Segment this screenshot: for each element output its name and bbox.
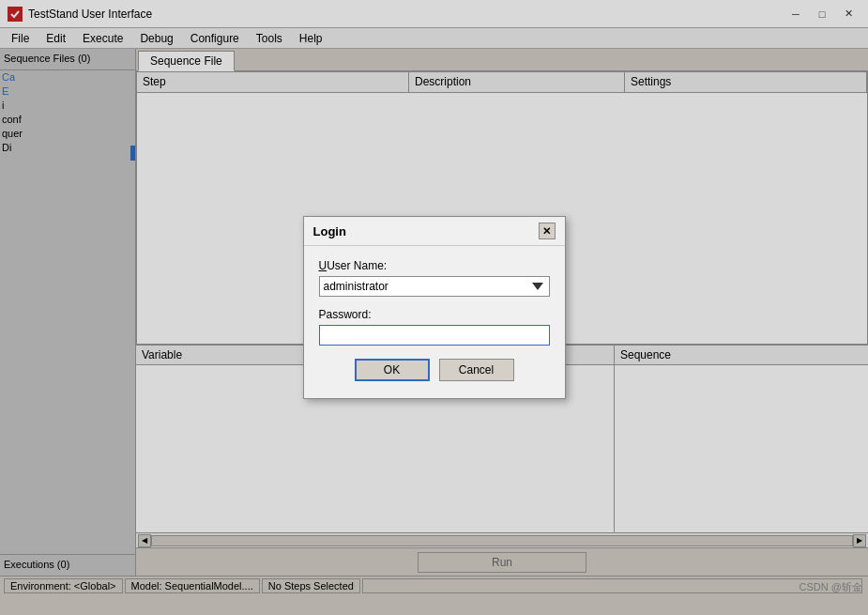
ok-button[interactable]: OK [355,359,430,381]
username-label: UUser Name: [319,259,550,272]
modal-overlay: Login ✕ UUser Name: administrator Passwo… [0,0,868,615]
modal-title-bar: Login ✕ [304,217,565,246]
username-select[interactable]: administrator [319,276,550,297]
password-label: Password: [319,308,550,321]
modal-buttons: OK Cancel [319,359,550,385]
modal-title: Login [313,224,346,238]
modal-body: UUser Name: administrator Password: OK C… [304,246,565,398]
cancel-button[interactable]: Cancel [439,359,514,381]
modal-close-button[interactable]: ✕ [539,223,556,239]
login-dialog: Login ✕ UUser Name: administrator Passwo… [303,216,566,399]
password-input[interactable] [319,325,550,346]
